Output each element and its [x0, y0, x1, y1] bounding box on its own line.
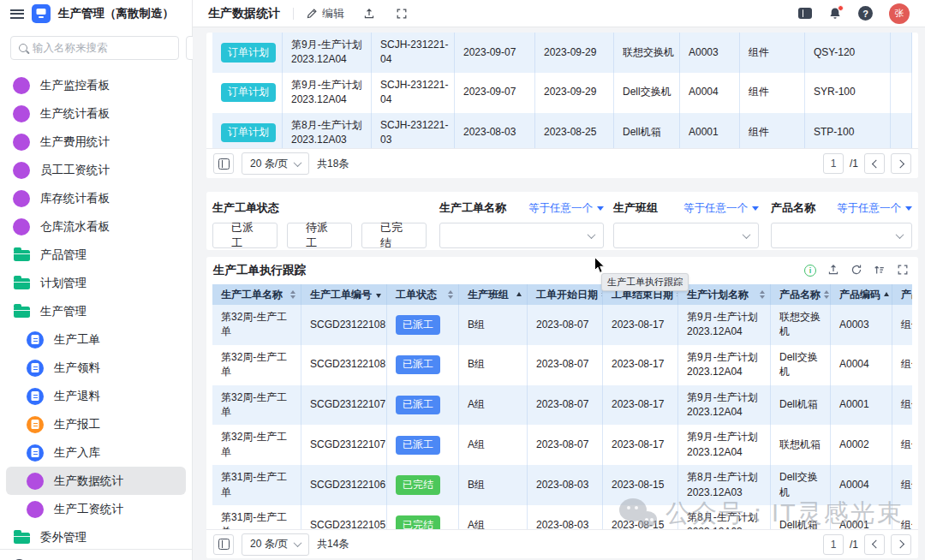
column-header[interactable]: 产品类型: [892, 284, 912, 305]
filter-select[interactable]: [771, 223, 912, 248]
sidebar-search-row: +: [0, 27, 192, 67]
sidebar-item[interactable]: 计划管理: [6, 269, 186, 297]
sidebar-item[interactable]: 委外管理: [6, 523, 186, 549]
order-name-cell: 第32周-生产工单: [212, 425, 301, 465]
product-type-cell: 组件: [892, 305, 912, 345]
product-type-cell: 组件: [892, 505, 912, 529]
page-size-select[interactable]: 20 条/页: [242, 533, 309, 556]
next-page-button[interactable]: [891, 534, 911, 555]
sort-icon[interactable]: [824, 290, 829, 299]
sort-icon[interactable]: [884, 292, 889, 298]
table-row[interactable]: 第32周-生产工单 SCGD23122107 已派工 A组 2023-08-07…: [212, 425, 912, 465]
column-header[interactable]: 产品名称: [771, 284, 831, 305]
fullscreen-icon[interactable]: [396, 8, 408, 20]
table-row[interactable]: 第31周-生产工单 SCGD23122105 已完结 A组 2023-08-03…: [212, 505, 912, 529]
column-header[interactable]: 产品编码: [831, 284, 892, 305]
table-row[interactable]: 订单计划 第8月-生产计划 2023.12A03 SCJH-231221-03 …: [212, 113, 912, 148]
sidebar-item[interactable]: 仓库流水看板: [6, 212, 186, 241]
sidebar-item-label: 委外管理: [40, 530, 87, 545]
order-code-cell: SCGD23122107: [301, 385, 387, 426]
chevron-right-icon: [896, 540, 904, 549]
page-number-box[interactable]: 1: [823, 153, 844, 174]
folder-green-icon: [14, 278, 30, 289]
page-size-select[interactable]: 20 条/页: [242, 152, 309, 175]
order-code-cell: SCGD23122108: [301, 345, 387, 385]
table-row[interactable]: 第32周-生产工单 SCGD23122107 已派工 A组 2023-08-07…: [212, 385, 912, 426]
next-page-button[interactable]: [891, 153, 911, 174]
product-name-cell: Dell交换机: [771, 465, 831, 505]
search-input-box[interactable]: [10, 36, 179, 60]
column-header[interactable]: 生产计划名称: [678, 284, 771, 305]
sidebar-item[interactable]: 生产工资统计: [6, 495, 186, 523]
sidebar-item[interactable]: 生产费用统计: [6, 128, 186, 156]
column-label: 生产班组: [468, 288, 509, 302]
page-number-box[interactable]: 1: [823, 534, 844, 555]
sort-icon[interactable]: [448, 290, 453, 299]
column-header[interactable]: 生产工单编号: [301, 284, 387, 305]
operator-link[interactable]: 等于任意一个: [528, 201, 604, 216]
refresh-icon[interactable]: [850, 264, 862, 278]
export-icon[interactable]: [363, 8, 375, 20]
column-label: 工单开始日期: [536, 288, 598, 302]
order-code-cell: SCGD23122107: [301, 425, 387, 465]
sidebar-item-label: 计划管理: [40, 276, 87, 291]
sidebar-item[interactable]: 生产管理: [6, 297, 186, 325]
status-filter-button[interactable]: 已完结: [361, 223, 427, 248]
sidebar-item[interactable]: 生产领料: [6, 354, 186, 382]
sidebar-item-admin[interactable]: 管理后台: [0, 550, 192, 560]
column-header[interactable]: 工单状态: [387, 284, 459, 305]
sidebar-item[interactable]: 生产退料: [6, 382, 186, 410]
product-name-cell: Dell交换机: [771, 345, 831, 385]
sidebar-item[interactable]: 生产报工: [6, 410, 186, 438]
sidebar-item[interactable]: 员工工资统计: [6, 156, 186, 184]
sidebar-item[interactable]: 生产监控看板: [6, 71, 186, 99]
sort-icon[interactable]: [516, 292, 522, 298]
edit-button[interactable]: 编辑: [307, 6, 344, 21]
column-settings-button[interactable]: [213, 534, 234, 555]
status-filter-button[interactable]: 待派工: [287, 223, 352, 248]
order-name-cell: 第31周-生产工单: [212, 505, 301, 529]
status-filter-button[interactable]: 已派工: [212, 223, 278, 248]
notification-bell-icon[interactable]: [828, 7, 842, 21]
sort-icon[interactable]: [760, 290, 765, 299]
plan-type-badge: 订单计划: [221, 83, 276, 102]
column-label: 生产计划名称: [687, 288, 749, 302]
sort-icon[interactable]: [376, 292, 381, 298]
sort-settings-icon[interactable]: [874, 264, 886, 278]
panel-toggle-icon[interactable]: [798, 8, 812, 19]
info-icon[interactable]: [804, 265, 816, 277]
sidebar-item[interactable]: 生产入库: [6, 438, 186, 467]
sidebar-item-label: 生产数据统计: [54, 474, 123, 489]
prev-page-button[interactable]: [864, 534, 885, 555]
table-row[interactable]: 订单计划 第9月-生产计划 2023.12A04 SCJH-231221-04 …: [212, 33, 912, 73]
sidebar-item-label: 生产退料: [54, 389, 100, 404]
sort-icon[interactable]: [290, 290, 295, 299]
help-icon[interactable]: [858, 6, 873, 21]
sidebar-item[interactable]: 产品管理: [6, 241, 186, 269]
sidebar-item[interactable]: 库存统计看板: [6, 184, 186, 212]
user-avatar[interactable]: 张: [889, 3, 910, 24]
order-name-cell: 第32周-生产工单: [212, 345, 301, 385]
filter-select[interactable]: [613, 223, 759, 248]
column-header[interactable]: 工单开始日期: [528, 284, 603, 305]
table-row[interactable]: 第32周-生产工单 SCGD23122108 已派工 B组 2023-08-07…: [212, 305, 912, 345]
columns-icon: [218, 539, 230, 550]
filter-select[interactable]: [439, 223, 604, 248]
operator-link[interactable]: 等于任意一个: [683, 201, 759, 216]
sidebar-item[interactable]: 生产数据统计: [6, 467, 186, 495]
column-header[interactable]: 生产班组: [459, 284, 528, 305]
doc-blue-icon: [27, 360, 44, 377]
table-row[interactable]: 第32周-生产工单 SCGD23122108 已派工 B组 2023-08-07…: [212, 345, 912, 385]
sidebar-item[interactable]: 生产统计看板: [6, 99, 186, 128]
search-input[interactable]: [33, 42, 170, 54]
fullscreen-icon[interactable]: [897, 264, 909, 278]
column-settings-button[interactable]: [213, 153, 234, 174]
hamburger-menu-icon[interactable]: [10, 9, 24, 19]
prev-page-button[interactable]: [864, 153, 885, 174]
sidebar-item[interactable]: 生产工单: [6, 325, 186, 354]
table-row[interactable]: 订单计划 第9月-生产计划 2023.12A04 SCJH-231221-04 …: [212, 73, 912, 113]
operator-link[interactable]: 等于任意一个: [837, 201, 912, 216]
export-icon[interactable]: [827, 264, 839, 278]
table-row[interactable]: 第31周-生产工单 SCGD23122106 已完结 B组 2023-08-03…: [212, 465, 912, 505]
column-header[interactable]: 生产工单名称: [212, 284, 301, 305]
